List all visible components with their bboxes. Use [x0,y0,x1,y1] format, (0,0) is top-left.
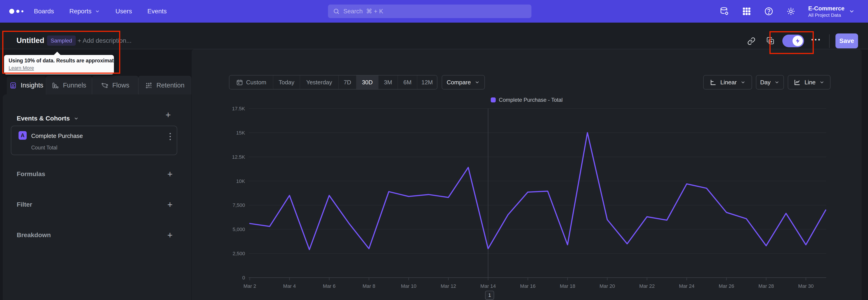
nav-item-reports[interactable]: Reports [69,8,100,15]
add-formulas-button[interactable]: + [165,169,175,179]
more-options-button[interactable] [811,39,822,40]
nav-item-users[interactable]: Users [116,8,132,15]
lightning-bolt-icon [795,38,801,44]
tab-label: Insights [21,82,43,89]
chevron-down-icon [774,80,780,85]
chart-type-label: Line [804,79,815,86]
x-axis-label: Mar 14 [480,283,496,289]
project-name: E-Commerce [808,5,844,12]
tab-funnels[interactable]: Funnels [46,76,92,94]
flows-icon [101,82,108,89]
chart-type-dropdown[interactable]: Line [788,75,831,90]
help-icon[interactable] [764,6,774,16]
range-label: 12M [421,79,433,86]
tab-label: Flows [112,82,129,89]
y-axis-label: 7,500 [232,202,245,208]
interval-label: Day [760,79,771,86]
x-axis-label: Mar 4 [283,283,296,289]
report-titlebar [0,23,868,49]
nav-item-events[interactable]: Events [147,8,167,15]
add-to-board-icon[interactable] [766,37,774,45]
y-axis-label: 10K [236,178,245,184]
nav-item-label: Events [147,8,167,15]
event-metric[interactable]: Count Total [31,145,57,151]
global-search[interactable] [328,4,531,18]
nav-item-label: Reports [69,8,92,15]
event-name: Complete Purchase [31,132,83,140]
report-title[interactable]: Untitled [17,36,44,45]
range-label: 7D [344,79,351,86]
range-button-today[interactable]: Today [273,76,300,89]
x-axis-label: Mar 12 [440,283,456,289]
events-cohorts-header[interactable]: Events & Cohorts [17,115,79,122]
section-filter: Filter+ [17,199,175,210]
event-card[interactable]: A Complete Purchase Count Total [11,126,177,155]
settings-gear-icon[interactable] [786,6,796,16]
scale-dropdown[interactable]: Linear [703,75,752,90]
x-axis-label: Mar 22 [639,283,655,289]
apps-grid-icon[interactable] [742,6,751,16]
interval-dropdown[interactable]: Day [756,75,784,90]
chevron-down-icon [740,80,746,85]
project-selector[interactable]: E-Commerce All Project Data [808,5,855,18]
section-label: Formulas [17,171,45,178]
chevron-down-icon [95,8,100,14]
event-series-letter: A [19,131,27,140]
chevron-down-icon [819,80,825,85]
navbar-right: E-Commerce All Project Data [720,0,855,23]
search-input[interactable] [343,8,526,15]
tab-label: Retention [156,82,184,89]
tab-flows[interactable]: Flows [92,76,138,94]
range-button-30d[interactable]: 30D [356,76,378,89]
pagination-page-1[interactable]: 1 [485,291,494,300]
x-axis-label: Mar 26 [719,283,734,289]
nav-item-label: Users [116,8,132,15]
search-icon [333,8,340,15]
save-button[interactable]: Save [835,33,858,49]
linear-scale-icon [710,79,717,86]
funnels-icon [52,82,59,89]
compare-label: Compare [447,79,471,86]
add-event-button[interactable]: + [163,110,173,120]
range-button-yesterday[interactable]: Yesterday [300,76,338,89]
add-filter-button[interactable]: + [165,200,175,210]
database-gear-icon[interactable] [720,6,729,16]
sampled-badge[interactable]: Sampled [47,35,76,46]
event-kebab-menu[interactable] [169,133,171,140]
tab-label: Funnels [63,82,86,89]
y-axis-label: 0 [242,275,245,280]
chevron-down-icon [73,116,79,121]
y-axis-label: 5,000 [232,227,245,232]
tab-insights[interactable]: Insights [7,76,46,94]
x-axis-label: Mar 10 [401,283,416,289]
learn-more-link[interactable]: Learn More [8,65,34,71]
mixpanel-logo-icon[interactable] [8,6,27,16]
chevron-down-icon [848,8,855,14]
range-button-12m[interactable]: 12M [417,76,437,89]
add-description-button[interactable]: + Add description... [78,37,131,44]
compare-dropdown[interactable]: Compare [442,75,485,90]
line-chart-icon [794,79,801,86]
range-button-7d[interactable]: 7D [338,76,356,89]
copy-link-icon[interactable] [747,37,755,45]
chart-legend[interactable]: Complete Purchase - Total [192,97,862,103]
x-axis-label: Mar 24 [679,283,694,289]
section-breakdown: Breakdown+ [17,230,175,241]
range-label: Yesterday [306,79,332,86]
x-axis-label: Mar 30 [798,283,813,289]
range-button-custom[interactable]: Custom [229,76,273,89]
y-axis-label: 12.5K [232,154,245,160]
insights-icon [9,82,17,89]
legend-label: Complete Purchase - Total [499,97,563,103]
series-complete-purchase-total[interactable] [250,133,826,249]
range-button-6m[interactable]: 6M [398,76,417,89]
add-breakdown-button[interactable]: + [165,230,175,240]
top-navbar: BoardsReportsUsersEvents E-Commerce All … [0,0,868,23]
y-axis-label: 17.5K [232,106,245,112]
nav-item-boards[interactable]: Boards [34,8,54,15]
sampling-toggle[interactable] [782,35,804,47]
range-button-3m[interactable]: 3M [378,76,398,89]
range-label: Today [279,79,294,86]
tab-retention[interactable]: Retention [138,76,191,94]
section-label: Breakdown [17,232,51,239]
